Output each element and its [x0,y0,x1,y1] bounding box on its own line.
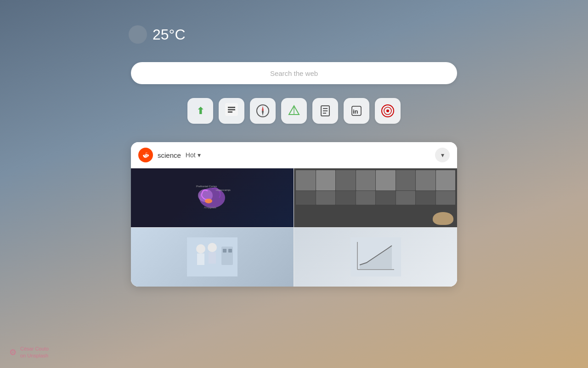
svg-text:Prefrontal Cortex: Prefrontal Cortex [196,185,217,188]
settings-icon: ⚙ [9,347,17,357]
card3-thumbnail [131,228,294,287]
feed-sort-button[interactable]: Hot ▾ [186,151,201,159]
svg-marker-6 [262,110,264,116]
svg-rect-1 [228,107,235,108]
feed-container: science Hot ▾ ▾ [131,142,457,287]
weather-icon [129,25,147,44]
feed-subreddit: science [158,151,181,159]
feed-card-3[interactable]: A new way to turn natural gas into a non… [131,228,294,287]
svg-text:in: in [353,108,358,115]
shortcuts-row: ⬆ [187,98,401,124]
svg-rect-2 [228,109,235,110]
feed-grid: Prefrontal Cortex Hippocampus Amygdala M… [131,168,457,287]
svg-rect-12 [323,110,328,111]
svg-rect-3 [228,111,232,113]
weather-temperature: 25°C [153,26,186,43]
feed-card-1[interactable]: Prefrontal Cortex Hippocampus Amygdala M… [131,168,294,228]
feed-collapse-button[interactable]: ▾ [435,148,450,162]
svg-point-19 [386,109,389,112]
chevron-down-icon: ▾ [198,151,201,159]
feed-header-left: science Hot ▾ [138,148,201,162]
svg-text:Hippocampus: Hippocampus [216,189,231,191]
weather-widget: 25°C [129,25,186,44]
card2-thumbnail [294,168,457,227]
search-bar-container [131,62,457,84]
shortcut-vectary[interactable] [281,98,307,124]
feed-card-4[interactable]: The threat posed by anti-vaccination eff… [294,228,457,287]
shortcut-target[interactable] [375,98,401,124]
card1-thumbnail: Prefrontal Cortex Hippocampus Amygdala [131,168,294,227]
shortcut-notion[interactable] [312,98,338,124]
svg-rect-31 [209,252,216,264]
feed-card-2[interactable]: People who purchase a firearm during the… [294,168,457,228]
svg-point-30 [208,243,217,252]
shortcut-compass[interactable] [250,98,276,124]
svg-rect-11 [323,108,328,109]
page-container: 25°C ⬆ [0,0,588,368]
svg-point-28 [196,244,205,253]
svg-rect-33 [223,249,226,253]
search-input[interactable] [131,62,457,84]
card4-thumbnail [294,228,457,287]
shortcut-linkedin[interactable]: in [344,98,369,124]
svg-text:Amygdala: Amygdala [204,206,216,209]
svg-point-23 [205,199,212,203]
shortcut-upwork[interactable]: ⬆ [187,98,213,124]
svg-rect-29 [197,253,204,265]
chevron-down-icon: ▾ [441,151,444,159]
svg-rect-13 [323,113,326,114]
reddit-logo [138,148,153,162]
svg-rect-34 [228,249,232,253]
watermark: ⚙ César Couto on Unsplash [9,345,49,359]
feed-header: science Hot ▾ ▾ [131,142,457,168]
watermark-text: César Couto on Unsplash [20,345,49,359]
shortcut-listle[interactable] [219,98,244,124]
